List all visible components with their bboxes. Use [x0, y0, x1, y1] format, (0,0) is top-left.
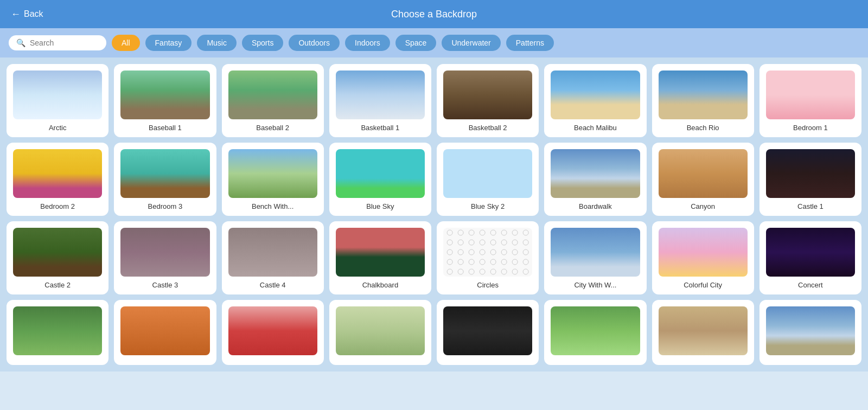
backdrop-label-baseball1: Baseball 1 [120, 124, 209, 132]
backdrop-item-bedroom2[interactable]: Bedroom 2 [7, 143, 108, 216]
backdrop-label-beach-malibu: Beach Malibu [551, 124, 640, 132]
svg-point-38 [512, 269, 518, 274]
backdrop-item-baseball1[interactable]: Baseball 1 [114, 64, 216, 137]
backdrop-item-concert[interactable]: Concert [760, 221, 861, 294]
backdrop-thumb-prev2 [120, 306, 209, 355]
backdrop-thumb-castle2 [13, 228, 102, 277]
backdrop-item-boardwalk[interactable]: Boardwalk [544, 143, 646, 216]
svg-point-27 [480, 259, 485, 265]
backdrop-item-bench[interactable]: Bench With... [222, 143, 324, 216]
header: ← Back Choose a Backdrop [0, 0, 868, 28]
backdrop-item-bluesky[interactable]: Blue Sky [329, 143, 431, 216]
backdrop-thumb-baseball1 [120, 71, 209, 119]
backdrop-label-bench: Bench With... [228, 202, 317, 210]
backdrop-item-cityw[interactable]: City With W... [544, 221, 646, 294]
filter-fantasy[interactable]: Fantasy [145, 35, 192, 51]
backdrop-item-prev2[interactable] [114, 300, 216, 365]
backdrop-item-beach-rio[interactable]: Beach Rio [652, 64, 754, 137]
backdrop-item-prev8[interactable] [760, 300, 861, 365]
filter-space[interactable]: Space [395, 35, 437, 51]
backdrop-item-colorful-city[interactable]: Colorful City [652, 221, 754, 294]
backdrop-thumb-circles [443, 228, 532, 277]
backdrop-item-bedroom1[interactable]: Bedroom 1 [760, 64, 861, 137]
back-label: Back [24, 9, 43, 19]
backdrop-label-arctic: Arctic [13, 124, 102, 132]
svg-point-11 [480, 240, 485, 245]
backdrop-item-prev7[interactable] [652, 300, 754, 365]
svg-point-33 [458, 269, 463, 274]
backdrop-label-castle3: Castle 3 [120, 281, 209, 289]
svg-point-34 [469, 269, 474, 274]
backdrop-label-colorful-city: Colorful City [659, 281, 748, 289]
backdrop-thumb-prev4 [336, 306, 425, 355]
svg-point-18 [469, 249, 474, 255]
backdrop-label-castle4: Castle 4 [228, 281, 317, 289]
backdrop-label-cityw: City With W... [551, 281, 640, 289]
backdrop-thumb-concert [766, 228, 855, 277]
filter-music[interactable]: Music [197, 35, 237, 51]
svg-point-7 [523, 230, 528, 235]
backdrop-thumb-castle1 [766, 149, 855, 198]
svg-point-8 [447, 240, 452, 245]
backdrop-item-bluesky2[interactable]: Blue Sky 2 [437, 143, 539, 216]
svg-point-1 [458, 230, 463, 235]
backdrop-item-castle3[interactable]: Castle 3 [114, 221, 216, 294]
backdrop-item-prev4[interactable] [329, 300, 431, 365]
filter-indoors[interactable]: Indoors [345, 35, 390, 51]
backdrop-thumb-bluesky2 [443, 149, 532, 198]
filter-sports[interactable]: Sports [242, 35, 283, 51]
backdrop-item-canyon[interactable]: Canyon [652, 143, 754, 216]
svg-point-24 [447, 259, 452, 265]
backdrop-thumb-boardwalk [551, 149, 640, 198]
svg-point-35 [480, 269, 485, 274]
backdrop-item-chalkboard[interactable]: Chalkboard [329, 221, 431, 294]
backdrop-label-bedroom2: Bedroom 2 [13, 202, 102, 210]
filter-underwater[interactable]: Underwater [442, 35, 500, 51]
backdrop-item-bedroom3[interactable]: Bedroom 3 [114, 143, 216, 216]
svg-point-21 [501, 249, 507, 255]
svg-point-2 [469, 230, 474, 235]
backdrop-item-prev1[interactable] [7, 300, 108, 365]
filter-outdoors[interactable]: Outdoors [289, 35, 340, 51]
filter-all[interactable]: All [112, 35, 140, 51]
backdrop-item-prev5[interactable] [437, 300, 539, 365]
backdrop-label-basketball2: Basketball 2 [443, 124, 532, 132]
search-input[interactable] [30, 39, 95, 47]
backdrop-label-beach-rio: Beach Rio [659, 124, 748, 132]
filter-patterns[interactable]: Patterns [506, 35, 554, 51]
backdrop-item-castle4[interactable]: Castle 4 [222, 221, 324, 294]
svg-point-20 [490, 249, 496, 255]
backdrop-thumb-prev3 [228, 306, 317, 355]
svg-point-28 [490, 259, 496, 265]
svg-point-25 [458, 259, 463, 265]
backdrop-thumb-bedroom2 [13, 149, 102, 198]
svg-point-37 [501, 269, 507, 274]
backdrop-item-circles[interactable]: Circles [437, 221, 539, 294]
backdrop-item-castle2[interactable]: Castle 2 [7, 221, 108, 294]
backdrop-label-basketball1: Basketball 1 [336, 124, 425, 132]
backdrop-grid-area: ArcticBaseball 1Baseball 2Basketball 1Ba… [0, 57, 868, 371]
back-button[interactable]: ← Back [11, 9, 43, 20]
backdrop-item-prev6[interactable] [544, 300, 646, 365]
filter-bar: 🔍 All Fantasy Music Sports Outdoors Indo… [0, 28, 868, 57]
backdrop-thumb-colorful-city [659, 228, 748, 277]
backdrop-item-prev3[interactable] [222, 300, 324, 365]
svg-point-32 [447, 269, 452, 274]
svg-point-17 [458, 249, 463, 255]
backdrop-item-castle1[interactable]: Castle 1 [760, 143, 861, 216]
svg-point-36 [490, 269, 496, 274]
svg-point-10 [469, 240, 474, 245]
backdrop-label-baseball2: Baseball 2 [228, 124, 317, 132]
backdrop-label-castle1: Castle 1 [766, 202, 855, 210]
backdrop-thumb-bedroom3 [120, 149, 209, 198]
svg-point-13 [501, 240, 507, 245]
backdrop-item-basketball1[interactable]: Basketball 1 [329, 64, 431, 137]
backdrop-thumb-chalkboard [336, 228, 425, 277]
backdrop-item-basketball2[interactable]: Basketball 2 [437, 64, 539, 137]
backdrop-thumb-basketball1 [336, 71, 425, 119]
backdrop-thumb-arctic [13, 71, 102, 119]
backdrop-item-baseball2[interactable]: Baseball 2 [222, 64, 324, 137]
backdrop-item-beach-malibu[interactable]: Beach Malibu [544, 64, 646, 137]
backdrop-label-bedroom1: Bedroom 1 [766, 124, 855, 132]
backdrop-item-arctic[interactable]: Arctic [7, 64, 108, 137]
